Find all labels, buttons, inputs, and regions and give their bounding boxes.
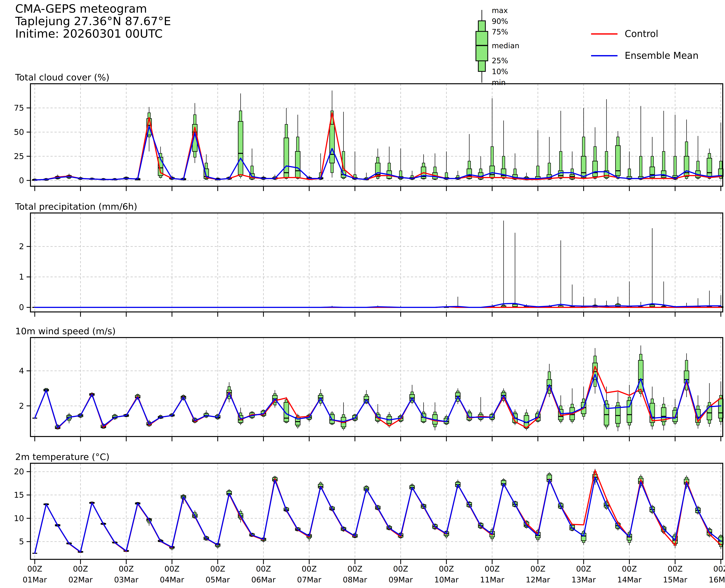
x-tick-hour-label: 00Z <box>16 565 54 573</box>
x-tick-day-label: 04Mar <box>153 576 191 584</box>
y-tick-label: 50 <box>14 127 24 137</box>
box-plot-item <box>444 151 449 180</box>
y-axis: 5101520 <box>14 467 30 546</box>
box-plot-item <box>638 302 643 307</box>
x-tick-hour-label: 00Z <box>199 565 237 573</box>
panel-1: 012 <box>19 213 723 317</box>
box-plot-item <box>433 402 437 430</box>
box-plot-item <box>638 106 643 180</box>
box-plot-item <box>616 392 620 431</box>
gridlines <box>30 463 723 559</box>
box-plot-item <box>467 134 472 180</box>
box-plot-item <box>353 151 357 180</box>
box-plot-item <box>330 411 334 425</box>
legend-label-75: 75% <box>492 28 508 36</box>
box-plot-item <box>570 388 575 423</box>
y-tick-label: 2 <box>19 401 24 411</box>
y-tick-label: 2 <box>19 242 24 251</box>
box-plot-item <box>513 153 517 180</box>
x-tick-day-label: 06Mar <box>244 576 283 584</box>
panel-title-precip: Total precipitation (mm/6h) <box>15 202 137 211</box>
x-tick-hour-label: 00Z <box>610 565 648 573</box>
x-tick-hour-label: 00Z <box>656 565 694 573</box>
box-plot-item <box>650 137 655 180</box>
x-tick-hour-label: 00Z <box>702 565 725 573</box>
y-tick-label: 75 <box>14 103 24 112</box>
box-plot-item <box>330 90 334 177</box>
x-tick-day-label: 13Mar <box>564 576 603 584</box>
box-plot-item <box>627 281 632 308</box>
box-plot-item <box>375 149 380 180</box>
box-plot-item <box>650 228 655 307</box>
y-tick-label: 20 <box>14 467 24 476</box>
x-tick-hour-label: 00Z <box>107 565 145 573</box>
meteogram-chart: 0255075012245101520 <box>0 0 725 588</box>
box-plot-item <box>398 149 403 180</box>
x-ticks <box>35 312 721 317</box>
y-axis: 0255075 <box>14 103 30 185</box>
box-plot-item <box>581 530 586 545</box>
box-plot-item <box>684 353 689 397</box>
box-plot-item <box>501 121 506 179</box>
x-tick-hour-label: 00Z <box>336 565 374 573</box>
x-tick-day-label: 02Mar <box>61 576 100 584</box>
panel-frame <box>30 463 723 559</box>
box-plot-item <box>570 285 575 308</box>
box-plot-item <box>558 240 563 307</box>
box-plot-item <box>444 415 449 425</box>
panel-title-temp: 2m temperature (°C) <box>15 453 109 461</box>
box-plot-item <box>501 220 506 308</box>
legend-label-25: 25% <box>492 57 508 64</box>
y-tick-label: 0 <box>19 303 24 312</box>
meteogram-page: CMA-GEPS meteogram Taplejung 27.36°N 87.… <box>0 0 725 588</box>
x-ticks <box>35 437 721 441</box>
box-plot-item <box>627 151 632 180</box>
x-tick-day-label: 05Mar <box>199 576 237 584</box>
box-plot-item <box>581 108 586 180</box>
x-tick-day-label: 03Mar <box>107 576 145 584</box>
y-tick-label: 0 <box>19 176 24 185</box>
box-plot-item <box>513 233 517 308</box>
y-tick-label: 1 <box>19 272 24 281</box>
box-plot-item <box>696 136 700 180</box>
box-plot-item <box>421 402 426 423</box>
box-plot-item <box>570 151 575 180</box>
x-tick-day-label: 15Mar <box>656 576 694 584</box>
box-plot-item <box>490 98 495 180</box>
box-plot-item <box>661 281 666 308</box>
legend-label-median: median <box>492 42 519 49</box>
box-plot-item <box>295 414 300 429</box>
box-plot-item <box>558 111 563 180</box>
box-plot-item <box>650 386 655 429</box>
x-tick-hour-label: 00Z <box>381 565 420 573</box>
ensemble-mean-line <box>35 477 721 553</box>
x-tick-day-label: 12Mar <box>519 576 557 584</box>
box-whisker-series <box>33 220 723 308</box>
y-tick-label: 4 <box>19 366 24 376</box>
box-plot-item <box>604 99 609 180</box>
box-plot-item <box>547 137 552 180</box>
box-plot-item <box>284 108 289 180</box>
panel-title-wind: 10m wind speed (m/s) <box>15 327 116 336</box>
x-tick-day-label: 10Mar <box>427 576 465 584</box>
x-tick-hour-label: 00Z <box>244 565 283 573</box>
legend-label-10: 10% <box>492 68 508 75</box>
box-plot-item <box>661 111 666 180</box>
gridlines <box>30 213 723 312</box>
x-tick-hour-label: 00Z <box>153 565 191 573</box>
y-tick-label: 25 <box>14 152 24 161</box>
legend-control-label: Control <box>625 29 658 38</box>
x-tick-hour-label: 00Z <box>564 565 603 573</box>
x-tick-hour-label: 00Z <box>519 565 557 573</box>
x-tick-day-label: 07Mar <box>290 576 328 584</box>
y-axis: 012 <box>19 242 30 312</box>
box-plot-item <box>661 397 666 430</box>
x-tick-day-label: 14Mar <box>610 576 648 584</box>
panel-frame <box>30 213 723 312</box>
box-plot-item <box>455 297 460 308</box>
legend-label-90: 90% <box>492 18 508 25</box>
x-tick-day-label: 16Mar <box>702 576 725 584</box>
control-line <box>35 470 721 553</box>
box-plot-item <box>250 149 254 180</box>
panel-3: 5101520 <box>14 463 723 564</box>
